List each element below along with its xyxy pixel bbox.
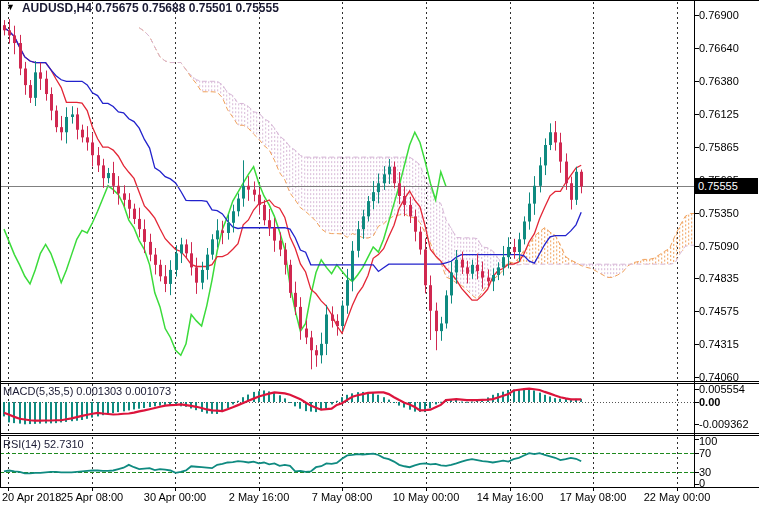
chart-canvas[interactable] (0, 0, 759, 511)
chart-window: ▼AUDUSD,H4 0.75675 0.75688 0.75501 0.755… (0, 0, 759, 511)
